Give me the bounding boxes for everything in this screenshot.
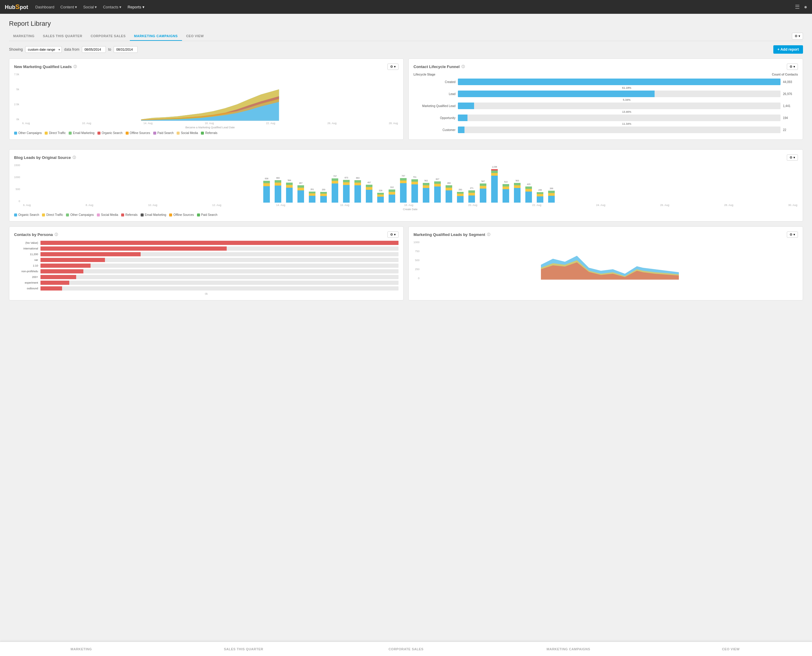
svg-rect-39 bbox=[366, 190, 373, 203]
bottom-tabs-bar: MARKETING SALES THIS QUARTER CORPORATE S… bbox=[0, 642, 812, 656]
svg-rect-44 bbox=[377, 195, 384, 196]
tab-marketing[interactable]: MARKETING bbox=[9, 32, 39, 41]
persona-fill-8 bbox=[40, 286, 62, 291]
lifecycle-info-icon[interactable]: ⓘ bbox=[461, 65, 465, 69]
mql-segment-info-icon[interactable]: ⓘ bbox=[487, 232, 490, 237]
svg-rect-88 bbox=[503, 189, 509, 203]
svg-rect-93 bbox=[514, 185, 521, 188]
funnel-pct-lead: 5.34% bbox=[455, 98, 798, 101]
svg-rect-83 bbox=[491, 176, 498, 203]
mql-segment-svg bbox=[422, 241, 798, 280]
svg-text:660: 660 bbox=[276, 177, 280, 179]
bottom-tab-ceo[interactable]: CEO VIEW bbox=[650, 643, 812, 655]
nav-dashboard[interactable]: Dashboard bbox=[36, 5, 54, 9]
svg-text:584: 584 bbox=[288, 179, 291, 181]
funnel-fill-mql bbox=[458, 102, 474, 109]
new-mql-info-icon[interactable]: ⓘ bbox=[73, 65, 77, 69]
bottom-tab-mktg-campaigns[interactable]: MARKETING CAMPAIGNS bbox=[487, 643, 650, 655]
funnel-pct-created: 61.18% bbox=[455, 87, 798, 89]
svg-rect-48 bbox=[388, 192, 395, 195]
funnel-fill-created bbox=[458, 79, 781, 85]
lifecycle-col-headers: Lifecycle Stage Count of Contacts bbox=[413, 73, 798, 76]
top-navigation: HubSpot Dashboard Content ▾ Social ▾ Con… bbox=[0, 0, 812, 14]
legend-bl-email: Email Marketing bbox=[141, 213, 166, 217]
legend-dot-organic bbox=[97, 132, 101, 135]
tab-ceo-view[interactable]: CEO VIEW bbox=[182, 32, 208, 41]
date-from-input[interactable] bbox=[82, 46, 106, 53]
funnel-label-lead: Lead bbox=[413, 92, 455, 96]
persona-fill-7 bbox=[40, 281, 69, 285]
persona-row-3: var bbox=[14, 258, 399, 262]
persona-bar-1 bbox=[40, 246, 399, 251]
new-mql-action-button[interactable]: ⚙ ▾ bbox=[387, 63, 399, 70]
new-mql-header: New Marketing Qualified Leads ⓘ ⚙ ▾ bbox=[14, 63, 399, 70]
date-to-input[interactable] bbox=[114, 46, 138, 53]
nav-social[interactable]: Social ▾ bbox=[83, 5, 97, 9]
svg-rect-81 bbox=[480, 184, 486, 186]
legend-social-media: Social Media bbox=[176, 132, 198, 135]
blog-leads-axis-label: Create Date bbox=[23, 208, 798, 211]
svg-rect-105 bbox=[548, 193, 555, 196]
nav-reports[interactable]: Reports ▾ bbox=[127, 5, 144, 9]
funnel-bar-opportunity bbox=[458, 114, 781, 121]
row-3: Contacts by Persona ⓘ ⚙ ▾ (No Value) int… bbox=[9, 226, 803, 305]
menu-icon[interactable]: ☰ bbox=[795, 4, 800, 10]
funnel-count-created: 44,093 bbox=[783, 80, 798, 84]
funnel-count-opportunity: 194 bbox=[783, 116, 798, 120]
nav-content[interactable]: Content ▾ bbox=[60, 5, 77, 9]
persona-fill-1 bbox=[40, 246, 227, 251]
persona-row-7: experiment bbox=[14, 281, 399, 285]
lifecycle-col1: Lifecycle Stage bbox=[413, 73, 435, 76]
nav-contacts[interactable]: Contacts ▾ bbox=[103, 5, 121, 9]
persona-bar-5 bbox=[40, 269, 399, 274]
funnel-count-customer: 22 bbox=[783, 128, 798, 132]
svg-text:563: 563 bbox=[515, 179, 519, 182]
user-icon[interactable]: ● bbox=[804, 4, 807, 10]
svg-rect-43 bbox=[377, 196, 384, 203]
tabs-settings-button[interactable]: ⚙ ▾ bbox=[792, 32, 803, 40]
svg-text:310: 310 bbox=[390, 186, 394, 188]
svg-rect-56 bbox=[411, 182, 418, 184]
mql-segment-action-button[interactable]: ⚙ ▾ bbox=[787, 232, 798, 238]
contacts-persona-title: Contacts by Persona ⓘ bbox=[14, 232, 58, 237]
funnel-label-opportunity: Opportunity bbox=[413, 116, 455, 120]
blog-leads-action-button[interactable]: ⚙ ▾ bbox=[787, 155, 798, 161]
page-title: Report Library bbox=[9, 20, 803, 28]
date-range-select-wrap: custom date range last 7 days last 30 da… bbox=[25, 46, 62, 53]
blog-leads-chart-container: 1500 1000 500 0 .sb { cursor: default; } bbox=[14, 164, 798, 211]
blog-leads-info-icon[interactable]: ⓘ bbox=[73, 155, 76, 160]
row-1: New Marketing Qualified Leads ⓘ ⚙ ▾ 7.5k… bbox=[9, 59, 803, 144]
svg-rect-89 bbox=[503, 187, 509, 189]
toolbar: Showing custom date range last 7 days la… bbox=[9, 45, 803, 54]
bottom-tab-marketing[interactable]: MARKETING bbox=[0, 643, 162, 655]
legend-dot-bl-paid bbox=[197, 214, 200, 217]
date-to-label: to bbox=[108, 47, 111, 51]
bottom-tab-corporate[interactable]: CORPORATE SALES bbox=[325, 643, 487, 655]
legend-bl-social: Social Media bbox=[97, 213, 118, 217]
add-report-button[interactable]: + Add report bbox=[773, 45, 803, 54]
svg-text:468: 468 bbox=[447, 182, 451, 184]
tab-marketing-campaigns[interactable]: MARKETING CAMPAIGNS bbox=[130, 32, 182, 41]
funnel-bar-mql bbox=[458, 102, 781, 109]
blog-leads-card: Blog Leads by Original Source ⓘ ⚙ ▾ 1500… bbox=[9, 149, 803, 221]
blog-leads-title: Blog Leads by Original Source ⓘ bbox=[14, 155, 76, 160]
new-mql-axis-label: Became a Marketing Qualified Lead Date bbox=[22, 126, 399, 129]
nav-right: ☰ ● bbox=[795, 4, 807, 10]
svg-rect-8 bbox=[275, 183, 281, 186]
legend-dot-other-campaigns bbox=[14, 132, 17, 135]
contacts-persona-action-button[interactable]: ⚙ ▾ bbox=[387, 232, 399, 238]
persona-bar-7 bbox=[40, 281, 399, 285]
funnel-bar-customer bbox=[458, 127, 781, 133]
tab-corporate-sales[interactable]: CORPORATE SALES bbox=[87, 32, 130, 41]
bottom-tab-sales[interactable]: SALES THIS QUARTER bbox=[162, 643, 325, 655]
svg-text:467: 467 bbox=[299, 182, 303, 184]
persona-row-4: 1:10 bbox=[14, 263, 399, 268]
tab-sales-this-quarter[interactable]: SALES THIS QUARTER bbox=[39, 32, 87, 41]
bar-1b bbox=[263, 183, 270, 186]
date-range-select[interactable]: custom date range last 7 days last 30 da… bbox=[25, 46, 62, 53]
contacts-persona-info-icon[interactable]: ⓘ bbox=[54, 232, 58, 237]
bar-1 bbox=[263, 186, 270, 203]
svg-rect-67 bbox=[445, 190, 452, 203]
legend-dot-bl-social bbox=[97, 214, 100, 217]
lifecycle-action-button[interactable]: ⚙ ▾ bbox=[787, 63, 798, 70]
